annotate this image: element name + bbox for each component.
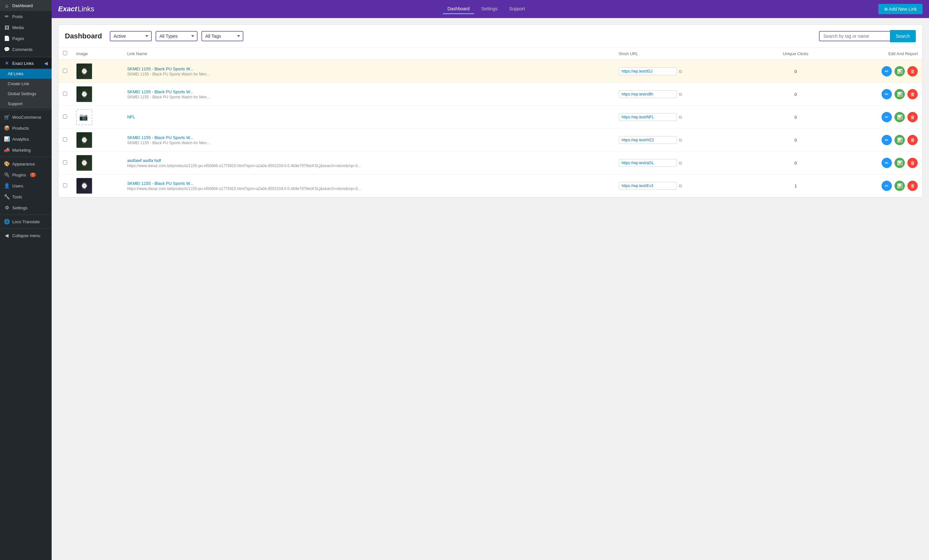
sidebar-item-label: Products [12,126,29,131]
analytics-button[interactable]: 📊 [894,66,905,77]
link-name[interactable]: asdfawf asdfa fsdf [127,158,161,163]
sidebar-item-label: Collapse menu [12,233,40,238]
copy-icon[interactable]: ⧉ [679,115,682,120]
sidebar-item-label: Media [12,25,23,30]
row-checkbox[interactable] [63,138,67,142]
row-checkbox[interactable] [63,160,67,165]
link-name[interactable]: SKMEI 1155 - Black PU Sports W... [127,181,193,186]
link-desc: SKMEI 1155 - Black PU Sports Watch for M… [127,72,610,77]
short-url-input[interactable] [619,136,677,144]
sidebar-item-tools[interactable]: 🔧 Tools [0,191,52,202]
sidebar-item-label: Loco Translate [12,219,40,224]
appearance-icon: 🎨 [4,161,10,167]
sidebar-item-media[interactable]: 🖼 Media [0,22,52,33]
edit-button[interactable]: ✏ [881,181,892,191]
edit-button[interactable]: ✏ [881,158,892,168]
logo-exact: Exact [58,5,77,13]
nav-dashboard[interactable]: Dashboard [443,4,474,14]
sidebar-item-appearance[interactable]: 🎨 Appearance [0,158,52,169]
short-url-input[interactable] [619,90,677,98]
delete-button[interactable]: 🗑 [908,135,918,145]
link-name[interactable]: NFL [127,115,135,119]
table-row: ⌚asdfawf asdfa fsdfhttps://www.daraz.com… [58,151,922,174]
plugins-icon: 🔌 [4,172,10,178]
row-checkbox[interactable] [63,183,67,187]
sidebar-item-marketing[interactable]: 📣 Marketing [0,144,52,156]
sidebar-item-label: WooCommerce [12,115,41,120]
analytics-button[interactable]: 📊 [894,181,905,191]
select-all-checkbox[interactable] [63,51,67,55]
th-link-name: Link Name [123,48,614,60]
edit-button[interactable]: ✏ [881,135,892,145]
edit-button[interactable]: ✏ [881,112,892,122]
delete-button[interactable]: 🗑 [908,66,918,77]
sidebar-submenu-all-links[interactable]: All Links [0,69,52,79]
sidebar-item-loco-translate[interactable]: 🌐 Loco Translate [0,216,52,227]
tags-filter[interactable]: All Tags [201,31,244,41]
sidebar-item-label: Dashboard [12,3,33,8]
search-button[interactable]: Search [890,30,916,42]
link-desc: SKMEI 1155 - Black PU Sports Watch for M… [127,141,610,145]
link-name[interactable]: SKMEI 1155 - Black PU Sports W... [127,135,193,140]
sidebar-item-users[interactable]: 👤 Users [0,180,52,191]
analytics-button[interactable]: 📊 [894,112,905,122]
delete-button[interactable]: 🗑 [908,181,918,191]
dashboard-header: Dashboard Active Inactive All All Types … [58,25,922,48]
sidebar-item-products[interactable]: 📦 Products [0,122,52,133]
status-filter[interactable]: Active Inactive All [110,31,152,41]
logo-links: Links [78,5,94,13]
search-input[interactable] [819,31,890,41]
submenu-label: Support [8,101,23,106]
sidebar-item-dashboard[interactable]: ⌂ Dashboard [0,0,52,11]
sidebar-item-comments[interactable]: 💬 Comments [0,44,52,55]
sidebar-item-pages[interactable]: 📄 Pages [0,33,52,44]
sidebar-item-posts[interactable]: ✏ Posts [0,11,52,22]
sidebar-item-collapse-menu[interactable]: ◀ Collapse menu [0,230,52,241]
sidebar-submenu-create-link[interactable]: Create Link [0,79,52,89]
delete-button[interactable]: 🗑 [908,112,918,122]
posts-icon: ✏ [4,14,10,19]
short-url-input[interactable] [619,159,677,167]
copy-icon[interactable]: ⧉ [679,69,682,74]
analytics-button[interactable]: 📊 [894,158,905,168]
sidebar-item-label: Exact Links [12,61,34,66]
edit-button[interactable]: ✏ [881,66,892,77]
short-url-input[interactable] [619,182,677,190]
settings-icon: ⚙ [4,205,10,211]
short-url-input[interactable] [619,67,677,75]
delete-button[interactable]: 🗑 [908,158,918,168]
analytics-button[interactable]: 📊 [894,89,905,99]
link-name[interactable]: SKMEI 1155 - Black PU Sports W... [127,89,193,94]
unique-clicks: 0 [760,83,831,106]
edit-button[interactable]: ✏ [881,89,892,99]
media-icon: 🖼 [4,24,10,30]
copy-icon[interactable]: ⧉ [679,160,682,166]
sidebar-item-woocommerce[interactable]: 🛒 WooCommerce [0,112,52,122]
types-filter[interactable]: All Types Product Custom [156,31,198,41]
pages-icon: 📄 [4,35,10,41]
sidebar: ⌂ Dashboard ✏ Posts 🖼 Media 📄 Pages 💬 Co… [0,0,52,560]
sidebar-submenu-global-settings[interactable]: Global Settings [0,89,52,99]
copy-icon[interactable]: ⧉ [679,92,682,97]
short-url-input[interactable] [619,113,677,121]
sidebar-item-label: Comments [12,47,32,52]
sidebar-submenu-support[interactable]: Support [0,99,52,109]
sidebar-item-plugins[interactable]: 🔌 Plugins 7 [0,169,52,180]
row-checkbox[interactable] [63,69,67,73]
nav-settings[interactable]: Settings [477,4,502,14]
row-checkbox[interactable] [63,115,67,119]
link-name[interactable]: SKMEI 1155 - Black PU Sports W... [127,66,193,71]
submenu-label: All Links [8,71,23,76]
add-new-link-button[interactable]: ⊕ Add New Link [878,4,923,14]
dashboard-card: Dashboard Active Inactive All All Types … [58,24,923,198]
analytics-button[interactable]: 📊 [894,135,905,145]
sidebar-item-analytics[interactable]: 📊 Analytics [0,133,52,144]
sidebar-item-exact-links[interactable]: ✕ Exact Links ◀ [0,58,52,69]
collapse-icon: ◀ [4,233,10,239]
sidebar-item-settings[interactable]: ⚙ Settings [0,202,52,213]
nav-support[interactable]: Support [504,4,529,14]
copy-icon[interactable]: ⧉ [679,183,682,189]
row-checkbox[interactable] [63,92,67,96]
copy-icon[interactable]: ⧉ [679,138,682,143]
delete-button[interactable]: 🗑 [908,89,918,99]
